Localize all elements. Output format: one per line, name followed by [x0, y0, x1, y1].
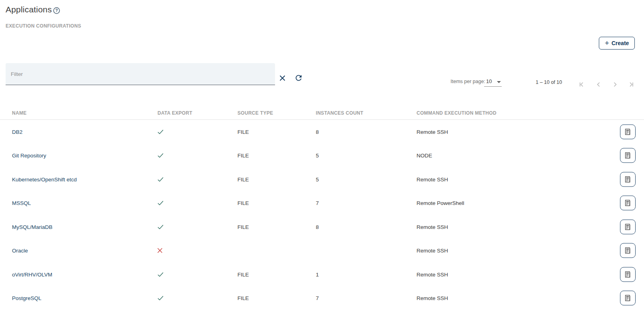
plus-icon: +: [605, 39, 609, 47]
command-execution-method-cell: Remote SSH: [417, 224, 448, 230]
chevron-down-icon: [497, 81, 501, 83]
command-execution-method-cell: Remote SSH: [417, 248, 448, 254]
check-icon: [157, 294, 164, 302]
instances-count-cell: 1: [316, 271, 319, 277]
first-page-icon: [578, 81, 585, 88]
instances-count-cell: 5: [316, 153, 319, 159]
instances-count-cell: 8: [316, 129, 319, 135]
application-name-link[interactable]: Oracle: [12, 248, 28, 254]
application-name-link[interactable]: Kubernetes/OpenShift etcd: [12, 176, 77, 182]
data-export-cell: [157, 199, 164, 207]
execution-log-button[interactable]: [620, 219, 636, 234]
table-row: Oracle Remote SSH: [0, 239, 644, 263]
name-cell: Oracle: [12, 248, 28, 254]
page-subtitle: EXECUTION CONFIGURATIONS: [6, 23, 81, 29]
execution-log-button[interactable]: [620, 291, 636, 306]
previous-page-button[interactable]: [595, 81, 602, 88]
close-icon: [279, 74, 286, 82]
filter-input[interactable]: [11, 63, 267, 85]
application-name-link[interactable]: PostgreSQL: [12, 295, 42, 301]
execution-log-icon: [624, 223, 632, 231]
column-header-command-execution-method: COMMAND EXECUTION METHOD: [417, 110, 496, 116]
execution-log-button[interactable]: [620, 243, 636, 258]
pagination-range-label: 1 – 10 of 10: [536, 80, 562, 85]
data-export-cell: [157, 247, 163, 254]
data-export-cell: [157, 270, 164, 278]
table-row: DB2 FILE 8 Remote SSH: [0, 120, 644, 144]
execution-log-button[interactable]: [620, 148, 636, 163]
execution-log-button[interactable]: [620, 172, 636, 187]
data-export-cell: [157, 294, 164, 302]
data-export-cell: [157, 175, 164, 183]
name-cell: Kubernetes/OpenShift etcd: [12, 176, 77, 182]
create-button-label: Create: [612, 40, 629, 46]
command-execution-method-cell: Remote SSH: [417, 295, 448, 301]
data-export-cell: [157, 223, 164, 231]
execution-log-button[interactable]: [620, 124, 636, 139]
last-page-icon: [628, 81, 635, 88]
name-cell: Git Repository: [12, 153, 46, 159]
column-header-name: NAME: [12, 110, 27, 116]
table-header: NAME DATA EXPORT SOURCE TYPE INSTANCES C…: [0, 101, 644, 120]
table-row: Kubernetes/OpenShift etcd FILE 5 Remote …: [0, 167, 644, 191]
source-type-cell: FILE: [237, 224, 249, 230]
check-icon: [157, 199, 164, 207]
check-icon: [157, 175, 164, 183]
first-page-button[interactable]: [578, 81, 585, 88]
chevron-left-icon: [595, 81, 602, 88]
items-per-page-select[interactable]: 10: [484, 77, 502, 87]
items-per-page-label: Items per page:: [451, 79, 485, 84]
source-type-cell: FILE: [237, 153, 249, 159]
items-per-page-value: 10: [486, 78, 492, 84]
table-body: DB2 FILE 8 Remote SSH: [0, 120, 644, 310]
page-title: Applications: [6, 5, 52, 14]
next-page-button[interactable]: [612, 81, 618, 88]
refresh-icon: [294, 74, 303, 82]
source-type-cell: FILE: [237, 295, 249, 301]
execution-log-icon: [624, 246, 632, 255]
name-cell: MySQL/MariaDB: [12, 224, 52, 230]
application-name-link[interactable]: MySQL/MariaDB: [12, 224, 52, 230]
execution-log-button[interactable]: [620, 267, 636, 282]
application-name-link[interactable]: Git Repository: [12, 153, 46, 159]
application-name-link[interactable]: oVirt/RHV/OLVM: [12, 271, 52, 277]
cross-icon: [157, 247, 163, 254]
command-execution-method-cell: Remote SSH: [417, 271, 448, 277]
source-type-cell: FILE: [237, 200, 249, 206]
instances-count-cell: 7: [316, 295, 319, 301]
execution-log-button[interactable]: [620, 196, 636, 211]
command-execution-method-cell: Remote SSH: [417, 129, 448, 135]
svg-text:?: ?: [55, 8, 58, 13]
source-type-cell: FILE: [237, 271, 249, 277]
instances-count-cell: 8: [316, 224, 319, 230]
check-icon: [157, 152, 164, 159]
execution-log-icon: [624, 151, 632, 160]
instances-count-cell: 5: [316, 176, 319, 182]
name-cell: DB2: [12, 129, 22, 135]
execution-log-icon: [624, 175, 632, 183]
table-row: oVirt/RHV/OLVM FILE 1 Remote SSH: [0, 262, 644, 286]
last-page-button[interactable]: [628, 81, 635, 88]
command-execution-method-cell: Remote SSH: [417, 176, 448, 182]
data-export-cell: [157, 152, 164, 159]
execution-log-icon: [624, 294, 632, 302]
name-cell: MSSQL: [12, 200, 31, 206]
column-header-instances-count: INSTANCES COUNT: [316, 110, 363, 116]
table-row: PostgreSQL FILE 7 Remote SSH: [0, 286, 644, 310]
help-icon[interactable]: ?: [53, 7, 60, 14]
table-row: MSSQL FILE 7 Remote PowerShell: [0, 191, 644, 215]
check-icon: [157, 128, 164, 135]
command-execution-method-cell: NODE: [417, 153, 432, 159]
name-cell: oVirt/RHV/OLVM: [12, 271, 52, 277]
refresh-button[interactable]: [294, 74, 303, 82]
clear-filter-button[interactable]: [279, 74, 286, 82]
application-name-link[interactable]: DB2: [12, 129, 22, 135]
filter-field: [6, 63, 275, 85]
table-row: MySQL/MariaDB FILE 8 Remote SSH: [0, 215, 644, 239]
create-button[interactable]: + Create: [599, 37, 635, 50]
column-header-source-type: SOURCE TYPE: [237, 110, 273, 116]
execution-log-icon: [624, 127, 632, 136]
table-row: Git Repository FILE 5 NODE: [0, 144, 644, 168]
check-icon: [157, 223, 164, 231]
application-name-link[interactable]: MSSQL: [12, 200, 31, 206]
